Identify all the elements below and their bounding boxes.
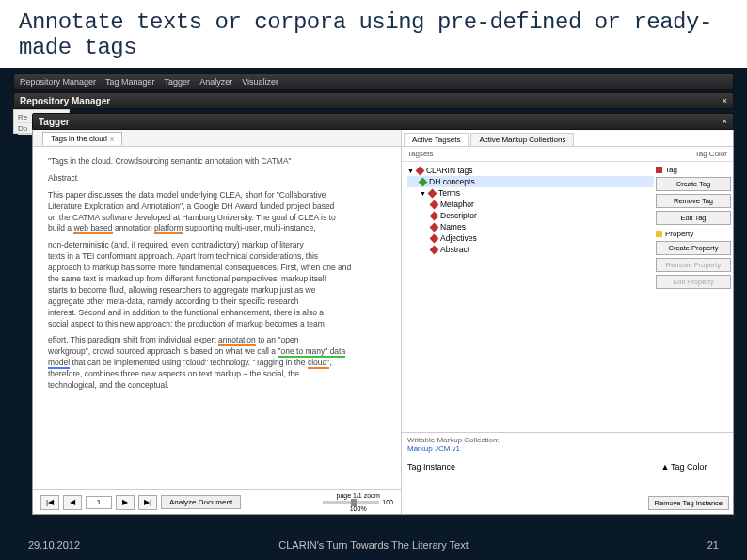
- repo-title: Repository Manager: [20, 96, 110, 106]
- square-icon: [656, 231, 662, 237]
- diamond-icon: [427, 188, 437, 198]
- diamond-icon: [430, 211, 439, 220]
- diamond-icon: [430, 200, 439, 209]
- doc-footer: |◀ ◀ ▶ ▶| Analyze Document page 1/1 zoom…: [33, 489, 401, 514]
- edit-tag-button[interactable]: Edit Tag: [656, 211, 731, 225]
- sort-icon[interactable]: ▲: [660, 462, 671, 472]
- t: interest. Second and in addition to the …: [48, 308, 324, 317]
- close-icon[interactable]: x: [110, 135, 114, 143]
- annotated[interactable]: annotation: [218, 335, 256, 346]
- edit-property-button[interactable]: Edit Property: [656, 275, 731, 289]
- doc-para: This paper discusses the data model unde…: [48, 190, 386, 235]
- t: build a: [48, 223, 73, 232]
- tree-panel: ▼CLARIN tags DH concepts ▼Terms Metaphor…: [402, 162, 733, 432]
- caret-down-icon[interactable]: ▼: [420, 190, 426, 197]
- footer-title: CLARIN's Turn Towards The Literary Text: [278, 539, 468, 551]
- writable-collection: Writable Markup Collection: Markup JCM v…: [402, 432, 733, 456]
- tab-active-markup[interactable]: Active Markup Collections: [470, 133, 574, 146]
- tree-label: Terms: [438, 188, 460, 198]
- doc-line: Abstract: [48, 173, 386, 184]
- menu-tagger[interactable]: Tagger: [165, 77, 191, 87]
- menu-analyzer[interactable]: Analyzer: [199, 77, 232, 87]
- t: Literature Exploration and Annotation", …: [48, 201, 334, 211]
- col-tag-color: Tag Color: [680, 150, 727, 158]
- tree-label: Descriptor: [440, 211, 477, 220]
- property-group-label: Property: [656, 230, 731, 238]
- side-buttons: Tag Create Tag Remove Tag Edit Tag Prope…: [654, 162, 733, 291]
- create-tag-button[interactable]: Create Tag: [656, 177, 731, 191]
- analyze-button[interactable]: Analyze Document: [161, 495, 241, 509]
- tree-label: DH concepts: [429, 177, 475, 186]
- prev-page-button[interactable]: ◀: [63, 495, 82, 510]
- annotated[interactable]: "one to many" data: [278, 346, 345, 358]
- zoom-max: 100: [382, 499, 393, 505]
- label: Tag: [665, 166, 677, 174]
- t: to an "open: [256, 335, 299, 344]
- writable-label: Writable Markup Collection:: [407, 436, 500, 444]
- zoom-slider[interactable]: [323, 501, 379, 504]
- zoom-value: 100%: [350, 505, 367, 512]
- tagset-pane: Active Tagsets Active Markup Collections…: [402, 130, 733, 514]
- doc-tabs: Tags in the cloud x: [33, 130, 401, 147]
- document-pane: Tags in the cloud x "Tags in the cloud. …: [33, 130, 402, 514]
- annotated[interactable]: platform: [154, 223, 183, 234]
- footer-date: 29.10.2012: [28, 539, 80, 551]
- annotated[interactable]: model: [48, 358, 70, 369]
- tree-label: Names: [440, 222, 466, 232]
- page-info: page 1/1 zoom: [337, 492, 380, 499]
- last-page-button[interactable]: ▶|: [138, 495, 157, 510]
- t: starts to become fluid, allowing researc…: [48, 285, 315, 295]
- app-screenshot: Repository Manager Tag Manager Tagger An…: [13, 73, 734, 515]
- repository-manager-bar: Repository Manager ×: [13, 92, 734, 109]
- tag-group-label: Tag: [656, 166, 731, 174]
- tagset-header: Tagsets Tag Color: [402, 147, 733, 162]
- menu-repository[interactable]: Repository Manager: [20, 77, 96, 87]
- diamond-icon: [430, 222, 439, 232]
- instance-panel: Tag Instance ▲ Tag Color Remove Tag Inst…: [402, 456, 733, 514]
- doc-para: non-deterministic (and, if required, eve…: [48, 240, 386, 329]
- remove-tag-instance-button[interactable]: Remove Tag Instance: [648, 496, 729, 510]
- menu-visualizer[interactable]: Visualizer: [242, 77, 278, 87]
- col-tag-instance: Tag Instance: [407, 462, 660, 472]
- annotated[interactable]: cloud": [308, 358, 329, 369]
- tree-label: Metaphor: [440, 200, 474, 209]
- tagger-body: Tags in the cloud x "Tags in the cloud. …: [32, 130, 734, 515]
- doc-line: "Tags in the cloud. Crowdsourcing semant…: [48, 156, 386, 168]
- zoom-control: page 1/1 zoom 100 100%: [323, 492, 393, 512]
- slide-footer: 29.10.2012 CLARIN's Turn Towards The Lit…: [0, 539, 747, 551]
- diamond-icon: [430, 245, 439, 254]
- t: the same text is marked up from differen…: [48, 274, 326, 283]
- t: ,: [329, 358, 331, 367]
- right-tabs: Active Tagsets Active Markup Collections: [402, 130, 733, 147]
- t: on the CATMA software developed at Hambu…: [48, 213, 336, 222]
- footer-page-number: 21: [707, 539, 719, 551]
- remove-tag-button[interactable]: Remove Tag: [656, 194, 731, 208]
- tree-label: Abstract: [440, 245, 469, 254]
- t: workgroup", crowd sourced approach is ba…: [48, 346, 278, 356]
- caret-down-icon[interactable]: ▼: [407, 168, 414, 174]
- square-icon: [656, 167, 662, 173]
- menu-tag-manager[interactable]: Tag Manager: [105, 77, 155, 87]
- create-property-button[interactable]: Create Property: [656, 241, 731, 255]
- t: social aspect to this new approach: the …: [48, 319, 325, 328]
- first-page-button[interactable]: |◀: [40, 495, 59, 510]
- diamond-icon: [415, 166, 424, 175]
- next-page-button[interactable]: ▶: [116, 495, 135, 510]
- document-text[interactable]: "Tags in the cloud. Crowdsourcing semant…: [33, 147, 401, 489]
- writable-value: Markup JCM v1: [407, 444, 460, 453]
- close-icon[interactable]: ×: [723, 117, 727, 126]
- doc-tab[interactable]: Tags in the cloud x: [42, 132, 122, 145]
- t: therefore, combines three new aspects on…: [48, 369, 299, 378]
- tagger-bar: Tagger ×: [32, 113, 734, 130]
- doc-para: effort. This paradigm shift from individ…: [48, 335, 386, 391]
- tab-active-tagsets[interactable]: Active Tagsets: [404, 133, 469, 146]
- close-icon[interactable]: ×: [723, 96, 727, 105]
- t: non-deterministic (and, if required, eve…: [48, 240, 304, 249]
- annotated[interactable]: web based: [73, 223, 112, 234]
- page-input[interactable]: [86, 496, 112, 509]
- remove-property-button[interactable]: Remove Property: [656, 258, 731, 272]
- tree-label: Adjectives: [440, 233, 477, 243]
- t: effort. This paradigm shift from individ…: [48, 335, 218, 344]
- col-tag-color: Tag Color: [671, 462, 727, 472]
- diamond-icon: [430, 233, 439, 243]
